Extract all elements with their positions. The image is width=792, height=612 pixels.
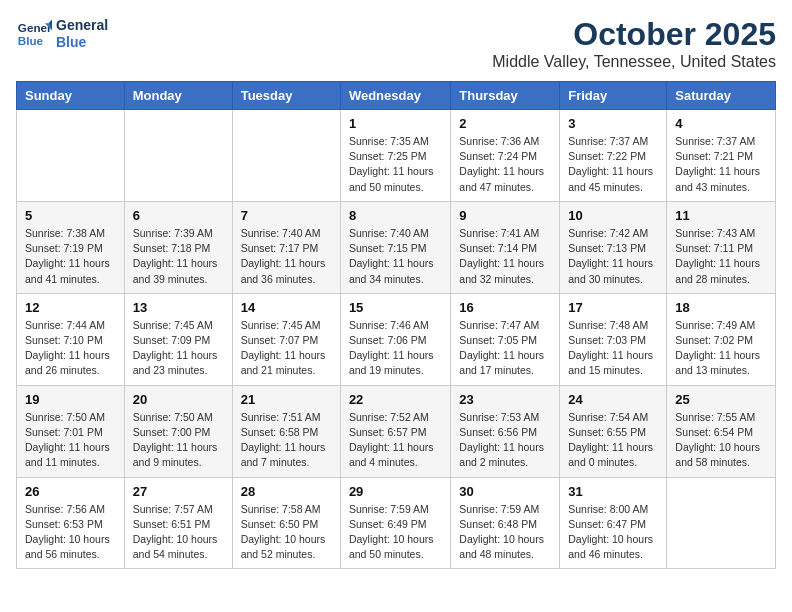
calendar-cell: 22Sunrise: 7:52 AM Sunset: 6:57 PM Dayli… (340, 385, 450, 477)
calendar-cell (17, 110, 125, 202)
day-info: Sunrise: 7:46 AM Sunset: 7:06 PM Dayligh… (349, 318, 442, 379)
day-number: 23 (459, 392, 551, 407)
calendar-table: SundayMondayTuesdayWednesdayThursdayFrid… (16, 81, 776, 569)
day-number: 31 (568, 484, 658, 499)
day-number: 24 (568, 392, 658, 407)
calendar-cell: 28Sunrise: 7:58 AM Sunset: 6:50 PM Dayli… (232, 477, 340, 569)
day-info: Sunrise: 7:56 AM Sunset: 6:53 PM Dayligh… (25, 502, 116, 563)
calendar-cell: 19Sunrise: 7:50 AM Sunset: 7:01 PM Dayli… (17, 385, 125, 477)
calendar-week-2: 5Sunrise: 7:38 AM Sunset: 7:19 PM Daylig… (17, 201, 776, 293)
calendar-cell: 11Sunrise: 7:43 AM Sunset: 7:11 PM Dayli… (667, 201, 776, 293)
day-info: Sunrise: 7:50 AM Sunset: 7:00 PM Dayligh… (133, 410, 224, 471)
day-info: Sunrise: 7:53 AM Sunset: 6:56 PM Dayligh… (459, 410, 551, 471)
calendar-cell (232, 110, 340, 202)
day-number: 21 (241, 392, 332, 407)
calendar-cell: 20Sunrise: 7:50 AM Sunset: 7:00 PM Dayli… (124, 385, 232, 477)
calendar-cell: 16Sunrise: 7:47 AM Sunset: 7:05 PM Dayli… (451, 293, 560, 385)
day-number: 16 (459, 300, 551, 315)
day-info: Sunrise: 7:42 AM Sunset: 7:13 PM Dayligh… (568, 226, 658, 287)
calendar-cell: 25Sunrise: 7:55 AM Sunset: 6:54 PM Dayli… (667, 385, 776, 477)
location-title: Middle Valley, Tennessee, United States (492, 53, 776, 71)
day-info: Sunrise: 7:52 AM Sunset: 6:57 PM Dayligh… (349, 410, 442, 471)
day-number: 18 (675, 300, 767, 315)
calendar-cell: 30Sunrise: 7:59 AM Sunset: 6:48 PM Dayli… (451, 477, 560, 569)
calendar-cell: 13Sunrise: 7:45 AM Sunset: 7:09 PM Dayli… (124, 293, 232, 385)
calendar-cell: 10Sunrise: 7:42 AM Sunset: 7:13 PM Dayli… (560, 201, 667, 293)
calendar-cell: 8Sunrise: 7:40 AM Sunset: 7:15 PM Daylig… (340, 201, 450, 293)
day-info: Sunrise: 7:38 AM Sunset: 7:19 PM Dayligh… (25, 226, 116, 287)
day-info: Sunrise: 7:36 AM Sunset: 7:24 PM Dayligh… (459, 134, 551, 195)
day-number: 2 (459, 116, 551, 131)
day-info: Sunrise: 7:37 AM Sunset: 7:22 PM Dayligh… (568, 134, 658, 195)
day-info: Sunrise: 7:54 AM Sunset: 6:55 PM Dayligh… (568, 410, 658, 471)
day-number: 26 (25, 484, 116, 499)
day-number: 29 (349, 484, 442, 499)
header-monday: Monday (124, 82, 232, 110)
day-number: 8 (349, 208, 442, 223)
day-number: 30 (459, 484, 551, 499)
calendar-cell: 21Sunrise: 7:51 AM Sunset: 6:58 PM Dayli… (232, 385, 340, 477)
day-number: 6 (133, 208, 224, 223)
day-info: Sunrise: 7:55 AM Sunset: 6:54 PM Dayligh… (675, 410, 767, 471)
calendar-cell (124, 110, 232, 202)
calendar-cell: 29Sunrise: 7:59 AM Sunset: 6:49 PM Dayli… (340, 477, 450, 569)
day-number: 5 (25, 208, 116, 223)
day-number: 3 (568, 116, 658, 131)
calendar-cell: 7Sunrise: 7:40 AM Sunset: 7:17 PM Daylig… (232, 201, 340, 293)
calendar-cell: 15Sunrise: 7:46 AM Sunset: 7:06 PM Dayli… (340, 293, 450, 385)
day-number: 17 (568, 300, 658, 315)
calendar-week-1: 1Sunrise: 7:35 AM Sunset: 7:25 PM Daylig… (17, 110, 776, 202)
calendar-week-4: 19Sunrise: 7:50 AM Sunset: 7:01 PM Dayli… (17, 385, 776, 477)
month-title: October 2025 (492, 16, 776, 53)
calendar-cell: 3Sunrise: 7:37 AM Sunset: 7:22 PM Daylig… (560, 110, 667, 202)
day-number: 7 (241, 208, 332, 223)
calendar-header-row: SundayMondayTuesdayWednesdayThursdayFrid… (17, 82, 776, 110)
day-info: Sunrise: 7:59 AM Sunset: 6:48 PM Dayligh… (459, 502, 551, 563)
header-saturday: Saturday (667, 82, 776, 110)
day-number: 4 (675, 116, 767, 131)
title-section: October 2025 Middle Valley, Tennessee, U… (492, 16, 776, 71)
day-number: 10 (568, 208, 658, 223)
calendar-cell (667, 477, 776, 569)
svg-text:General: General (18, 21, 52, 34)
day-number: 27 (133, 484, 224, 499)
day-info: Sunrise: 7:44 AM Sunset: 7:10 PM Dayligh… (25, 318, 116, 379)
logo-text-general: General (56, 17, 108, 34)
logo-icon: General Blue (16, 16, 52, 52)
day-number: 22 (349, 392, 442, 407)
day-number: 19 (25, 392, 116, 407)
logo: General Blue General Blue (16, 16, 108, 52)
calendar-cell: 12Sunrise: 7:44 AM Sunset: 7:10 PM Dayli… (17, 293, 125, 385)
calendar-cell: 24Sunrise: 7:54 AM Sunset: 6:55 PM Dayli… (560, 385, 667, 477)
header-wednesday: Wednesday (340, 82, 450, 110)
calendar-cell: 6Sunrise: 7:39 AM Sunset: 7:18 PM Daylig… (124, 201, 232, 293)
calendar-week-3: 12Sunrise: 7:44 AM Sunset: 7:10 PM Dayli… (17, 293, 776, 385)
day-info: Sunrise: 7:35 AM Sunset: 7:25 PM Dayligh… (349, 134, 442, 195)
day-info: Sunrise: 8:00 AM Sunset: 6:47 PM Dayligh… (568, 502, 658, 563)
day-number: 12 (25, 300, 116, 315)
day-number: 11 (675, 208, 767, 223)
calendar-cell: 1Sunrise: 7:35 AM Sunset: 7:25 PM Daylig… (340, 110, 450, 202)
day-info: Sunrise: 7:51 AM Sunset: 6:58 PM Dayligh… (241, 410, 332, 471)
day-info: Sunrise: 7:40 AM Sunset: 7:15 PM Dayligh… (349, 226, 442, 287)
calendar-cell: 31Sunrise: 8:00 AM Sunset: 6:47 PM Dayli… (560, 477, 667, 569)
day-number: 28 (241, 484, 332, 499)
day-info: Sunrise: 7:47 AM Sunset: 7:05 PM Dayligh… (459, 318, 551, 379)
day-info: Sunrise: 7:45 AM Sunset: 7:09 PM Dayligh… (133, 318, 224, 379)
day-info: Sunrise: 7:57 AM Sunset: 6:51 PM Dayligh… (133, 502, 224, 563)
calendar-cell: 9Sunrise: 7:41 AM Sunset: 7:14 PM Daylig… (451, 201, 560, 293)
calendar-cell: 27Sunrise: 7:57 AM Sunset: 6:51 PM Dayli… (124, 477, 232, 569)
header-tuesday: Tuesday (232, 82, 340, 110)
day-info: Sunrise: 7:48 AM Sunset: 7:03 PM Dayligh… (568, 318, 658, 379)
day-number: 13 (133, 300, 224, 315)
day-info: Sunrise: 7:39 AM Sunset: 7:18 PM Dayligh… (133, 226, 224, 287)
header-friday: Friday (560, 82, 667, 110)
page-header: General Blue General Blue October 2025 M… (16, 16, 776, 71)
header-thursday: Thursday (451, 82, 560, 110)
day-number: 1 (349, 116, 442, 131)
day-number: 15 (349, 300, 442, 315)
day-number: 20 (133, 392, 224, 407)
calendar-week-5: 26Sunrise: 7:56 AM Sunset: 6:53 PM Dayli… (17, 477, 776, 569)
svg-text:Blue: Blue (18, 34, 44, 47)
calendar-cell: 4Sunrise: 7:37 AM Sunset: 7:21 PM Daylig… (667, 110, 776, 202)
